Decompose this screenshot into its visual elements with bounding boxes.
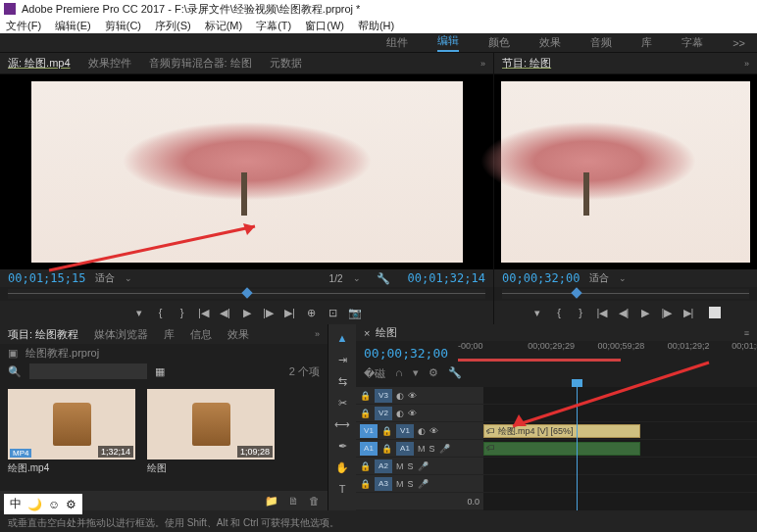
insert-icon[interactable]: ⊕ [305,306,319,319]
ripple-tool-icon[interactable]: ⇆ [334,373,350,389]
eye-icon[interactable]: 👁 [408,391,417,401]
tab-info[interactable]: 信息 [190,327,212,342]
ws-assembly[interactable]: 组件 [386,35,408,50]
play-icon[interactable]: ▶ [240,306,254,319]
tab-effects[interactable]: 效果 [227,327,249,342]
menu-window[interactable]: 窗口(W) [305,19,344,33]
source-scale-dropdown[interactable]: 1/2 [329,273,343,284]
type-tool-icon[interactable]: T [334,481,350,497]
ws-titles[interactable]: 字幕 [681,35,703,50]
step-back-icon[interactable]: ◀| [219,306,232,319]
toggle-output-icon[interactable]: ◐ [418,426,426,436]
track-v2[interactable] [483,405,757,422]
track-header-v2[interactable]: 🔒V2◐👁 [356,405,483,422]
source-patch-v1[interactable]: V1 [360,424,378,438]
overwrite-icon[interactable]: ⊡ [327,306,340,319]
step-forward-icon[interactable]: |▶ [660,306,674,319]
sequence-name[interactable]: 绘图 [376,325,397,340]
tab-media-browser[interactable]: 媒体浏览器 [94,327,148,342]
new-bin-icon[interactable]: 📁 [265,495,278,508]
menu-sequence[interactable]: 序列(S) [155,19,191,33]
ws-library[interactable]: 库 [641,35,652,50]
tab-project[interactable]: 项目: 绘图教程 [8,327,78,342]
source-video-frame[interactable] [0,74,493,269]
source-out-timecode[interactable]: 00;01;32;14 [408,271,485,285]
program-tabs-more[interactable]: » [744,59,749,69]
track-label[interactable]: A3 [375,477,392,491]
linked-selection-icon[interactable]: ∩ [395,366,403,381]
track-v1[interactable]: 🏷 绘图.mp4 [V] [65%] [483,422,757,440]
toggle-output-icon[interactable]: ◐ [396,409,404,418]
track-header-a2[interactable]: 🔒A2MS🎤 [356,458,483,475]
mark-in-icon[interactable]: { [552,306,566,319]
tracks-content[interactable]: 🏷 绘图.mp4 [V] [65%] 🏷 [483,387,757,510]
program-video-frame[interactable] [494,74,757,269]
step-back-icon[interactable]: ◀| [617,306,631,319]
source-in-timecode[interactable]: 00;01;15;15 [8,271,85,285]
track-zoom[interactable]: 0.0 [467,497,479,507]
ws-color[interactable]: 颜色 [488,35,510,50]
menu-edit[interactable]: 编辑(E) [55,19,91,33]
mute-icon[interactable]: M [396,461,404,471]
bin-item[interactable]: MP4 1;32;14 绘图.mp4 [8,389,135,475]
mark-out-icon[interactable]: } [574,306,587,319]
hand-tool-icon[interactable]: ✋ [334,459,350,475]
eye-icon[interactable]: 👁 [408,409,417,418]
lock-icon[interactable]: 🔒 [360,391,371,401]
video-clip[interactable]: 🏷 绘图.mp4 [V] [65%] [483,424,640,438]
menu-marker[interactable]: 标记(M) [205,19,243,33]
voice-icon[interactable]: 🎤 [418,479,429,489]
timeline-ruler[interactable]: -00;00 00;00;29;29 00;00;59;28 00;01;29;… [458,341,749,364]
add-marker-icon[interactable]: ▾ [132,306,146,319]
tab-effect-controls[interactable]: 效果控件 [88,56,131,71]
mark-in-icon[interactable]: { [154,306,168,319]
menu-file[interactable]: 文件(F) [6,19,41,33]
wrench-icon[interactable]: 🔧 [377,272,390,285]
filter-icon[interactable]: ▦ [155,365,165,378]
toggle-output-icon[interactable]: ◐ [396,391,404,401]
menu-title[interactable]: 字幕(T) [256,19,291,33]
add-marker-icon[interactable]: ▾ [530,306,544,319]
gear-icon[interactable]: ⚙ [66,498,76,511]
track-label[interactable]: V2 [375,407,392,420]
lock-icon[interactable]: 🔒 [381,426,392,436]
track-select-tool-icon[interactable]: ⇥ [334,352,350,367]
export-frame-button[interactable] [709,307,721,318]
track-header-v3[interactable]: 🔒V3◐👁 [356,387,483,405]
voice-icon[interactable]: 🎤 [418,461,429,471]
solo-icon[interactable]: S [429,444,435,454]
bin-item[interactable]: 1;09;28 绘图 [147,389,275,475]
mute-icon[interactable]: M [418,444,426,454]
project-search-input[interactable] [29,363,147,379]
track-header-a3[interactable]: 🔒A3MS🎤 [356,475,483,493]
track-a2[interactable] [483,458,757,475]
ws-effects[interactable]: 效果 [539,35,561,50]
snap-icon[interactable]: �磁 [364,366,385,381]
menu-clip[interactable]: 剪辑(C) [105,19,141,33]
track-label[interactable]: V3 [375,389,392,403]
marker-icon[interactable]: ▾ [413,366,419,381]
program-fit-dropdown[interactable]: 适合 [589,271,609,285]
track-header-v1[interactable]: V1🔒V1◐👁 [356,422,483,440]
settings-icon[interactable]: ⚙ [429,366,438,381]
pen-tool-icon[interactable]: ✒ [334,438,350,454]
lock-icon[interactable]: 🔒 [360,409,371,418]
play-icon[interactable]: ▶ [638,306,652,319]
selection-tool-icon[interactable]: ▲ [334,330,350,346]
program-timecode[interactable]: 00;00;32;00 [502,271,580,285]
source-patch-a1[interactable]: A1 [360,442,378,456]
slip-tool-icon[interactable]: ⟷ [334,416,350,432]
menu-help[interactable]: 帮助(H) [358,19,394,33]
export-frame-icon[interactable]: 📷 [348,306,362,319]
ws-editing[interactable]: 编辑 [437,33,459,52]
delete-icon[interactable]: 🗑 [309,495,320,507]
timeline-playhead[interactable] [577,387,578,510]
tab-metadata[interactable]: 元数据 [270,56,302,71]
program-ruler[interactable] [502,289,749,299]
razor-tool-icon[interactable]: ✂ [334,395,350,411]
lock-icon[interactable]: 🔒 [381,444,392,454]
project-tabs-more[interactable]: » [315,329,320,339]
go-to-out-icon[interactable]: ▶| [681,306,695,319]
track-label[interactable]: A2 [375,459,392,473]
ime-indicator[interactable]: 中 🌙 ☺ ⚙ [4,494,82,514]
